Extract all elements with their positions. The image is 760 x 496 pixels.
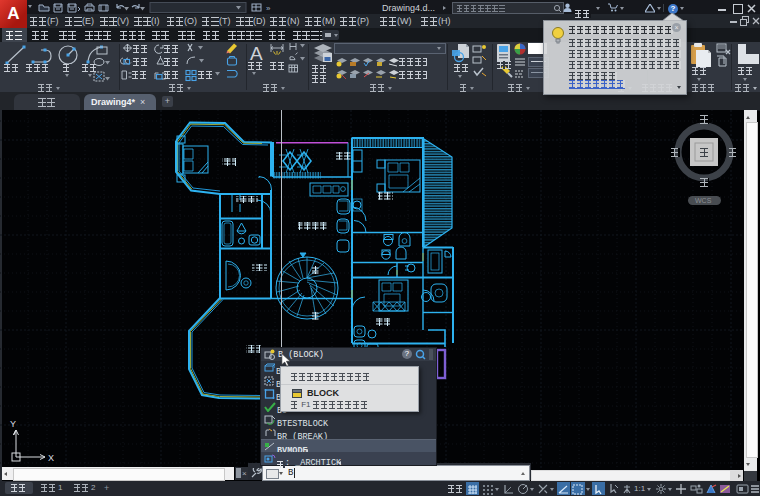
svg-text:X: X (48, 453, 54, 463)
svg-text:WCS: WCS (695, 197, 712, 204)
svg-text:»: » (266, 4, 271, 13)
svg-text:Y: Y (10, 419, 16, 429)
